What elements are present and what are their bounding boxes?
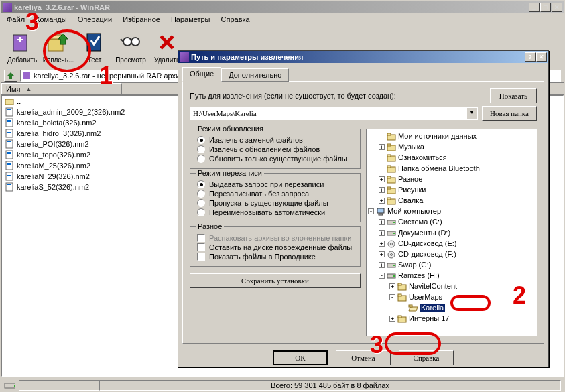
menu-help[interactable]: Справка: [216, 14, 255, 25]
dialog-button-row: ОК Отмена Справка: [182, 344, 544, 367]
tree-row[interactable]: +Музыка: [368, 141, 535, 152]
tree-row[interactable]: +CD-дисковод (E:): [368, 238, 535, 249]
tree-label: Папка обмена Bluetooth: [398, 164, 480, 172]
menu-file[interactable]: Файл: [1, 14, 30, 25]
menu-options[interactable]: Параметры: [166, 14, 216, 25]
svg-rect-17: [6, 129, 13, 137]
minimize-button[interactable]: _: [529, 3, 540, 12]
path-combo[interactable]: ▼: [190, 107, 478, 120]
tree-row[interactable]: +NavitelContent: [368, 281, 535, 291]
tree-row[interactable]: +Рисунки: [368, 184, 535, 195]
dialog-title: Путь и параметры извлечения: [191, 53, 525, 61]
extract-icon: [46, 29, 71, 55]
tree-collapse-icon[interactable]: -: [368, 208, 374, 214]
radio-skip[interactable]: [197, 199, 205, 207]
save-settings-button[interactable]: Сохранить установки: [190, 273, 361, 288]
folder-icon: [397, 282, 407, 291]
new-folder-button[interactable]: Новая папка: [482, 106, 537, 121]
svg-rect-15: [7, 120, 11, 121]
tree-row[interactable]: Мои источники данных: [368, 131, 535, 141]
tab-general[interactable]: Общие: [182, 67, 221, 82]
tree-row[interactable]: -UserMaps: [368, 291, 535, 302]
tree-row[interactable]: Ознакомиться: [368, 152, 535, 163]
statusbar: Всего: 59 301 485 байт в 8 файлах: [1, 379, 564, 391]
toolbar-add[interactable]: Добавить: [4, 27, 40, 67]
svg-rect-27: [7, 163, 11, 164]
tree-expand-icon[interactable]: +: [379, 187, 385, 193]
svg-marker-69: [409, 307, 418, 311]
svg-rect-10: [5, 99, 13, 105]
tree-expand-icon[interactable]: +: [379, 251, 385, 257]
help-button[interactable]: Справка: [399, 350, 454, 365]
radio-rename[interactable]: [197, 208, 205, 216]
tree-expand-icon[interactable]: +: [379, 198, 385, 204]
tree-label: Мои источники данных: [398, 132, 477, 140]
extract-dialog: Путь и параметры извлечения ? ✕ Общие До…: [178, 50, 549, 367]
tree-expand-icon[interactable]: +: [379, 230, 385, 236]
check-show-explorer[interactable]: [197, 253, 205, 261]
svg-rect-13: [7, 111, 11, 111]
show-button[interactable]: Показать: [490, 88, 537, 103]
radio-ask[interactable]: [197, 180, 205, 188]
tree-collapse-icon[interactable]: -: [389, 294, 395, 300]
dialog-close-button[interactable]: ✕: [536, 52, 547, 62]
radio-freshen[interactable]: [197, 155, 205, 163]
tree-expand-icon[interactable]: +: [389, 283, 395, 289]
maximize-button[interactable]: □: [540, 3, 551, 12]
combo-dropdown-button[interactable]: ▼: [466, 107, 477, 119]
menu-operations[interactable]: Операции: [72, 14, 117, 25]
radio-overwrite[interactable]: [197, 190, 205, 198]
file-icon: [5, 161, 14, 170]
svg-point-64: [393, 275, 395, 277]
tab-advanced[interactable]: Дополнительно: [221, 68, 289, 82]
toolbar-test[interactable]: Тест: [76, 27, 113, 67]
toolbar-extract[interactable]: Извлечь...: [40, 27, 76, 67]
tree-row[interactable]: +Разное: [368, 174, 535, 184]
toolbar-view[interactable]: Просмотр: [113, 27, 149, 67]
tree-expand-icon[interactable]: +: [389, 316, 395, 322]
cancel-button[interactable]: Отмена: [336, 350, 391, 365]
tree-expand-icon[interactable]: +: [379, 241, 385, 247]
path-input[interactable]: [190, 109, 466, 117]
tree-row[interactable]: +Свалка: [368, 195, 535, 206]
dialog-help-button[interactable]: ?: [525, 52, 536, 62]
file-icon: [5, 150, 14, 159]
tree-row[interactable]: -Мой компьютер: [368, 206, 535, 216]
tree-expand-icon[interactable]: +: [379, 219, 385, 225]
svg-rect-70: [409, 305, 412, 307]
tree-row[interactable]: Папка обмена Bluetooth: [368, 163, 535, 174]
svg-rect-52: [379, 214, 383, 215]
up-button[interactable]: [4, 70, 17, 82]
main-titlebar: kareliya_3.2.6.rar - WinRAR _ □ ✕: [1, 1, 564, 13]
winrar-icon: [180, 52, 189, 62]
svg-rect-40: [387, 144, 391, 146]
menu-commands[interactable]: Команды: [30, 14, 72, 25]
svg-rect-14: [6, 119, 13, 127]
radio-extract-update[interactable]: [197, 145, 205, 153]
tree-row[interactable]: +Swap (G:): [368, 259, 535, 270]
column-name[interactable]: Имя ▲: [1, 83, 122, 94]
svg-rect-46: [387, 176, 391, 178]
file-name: kareliaM_25(326).nm2: [17, 161, 90, 170]
tree-row[interactable]: +Интерны 17: [368, 313, 535, 324]
tree-expand-icon[interactable]: +: [379, 176, 385, 182]
tree-label: Мой компьютер: [387, 207, 441, 215]
svg-point-54: [393, 222, 395, 223]
tree-row[interactable]: +CD-дисковод (F:): [368, 249, 535, 259]
radio-extract-replace[interactable]: [197, 136, 205, 144]
tree-collapse-icon[interactable]: -: [379, 273, 385, 279]
ok-button[interactable]: ОК: [273, 350, 328, 365]
check-subfolders[interactable]: [197, 234, 205, 242]
tree-row[interactable]: -Ramzes (H:): [368, 270, 535, 281]
svg-rect-12: [7, 109, 11, 110]
tree-expand-icon[interactable]: +: [379, 262, 385, 268]
close-button[interactable]: ✕: [552, 3, 562, 12]
tree-row[interactable]: +Документы (D:): [368, 227, 535, 238]
check-keep-broken[interactable]: [197, 243, 205, 251]
tree-row[interactable]: Karelia: [368, 302, 535, 313]
menu-favorites[interactable]: Избранное: [117, 14, 166, 25]
tree-expand-icon[interactable]: +: [379, 144, 385, 150]
file-icon: [5, 139, 14, 149]
tree-row[interactable]: +Система (C:): [368, 216, 535, 227]
folder-tree[interactable]: Мои источники данных+МузыкаОзнакомитьсяП…: [366, 129, 537, 336]
